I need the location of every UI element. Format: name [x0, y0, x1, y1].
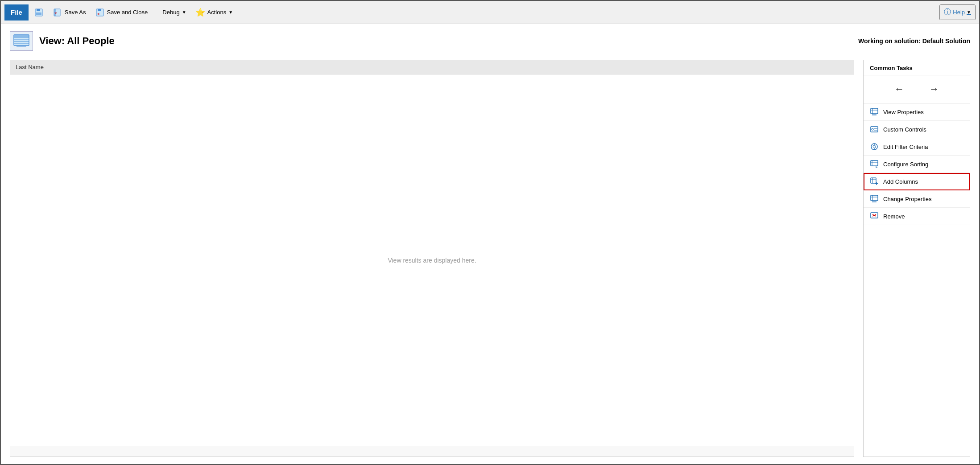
svg-rect-18 [872, 114, 877, 115]
grid-footer [10, 446, 854, 457]
save-close-icon: X [95, 8, 105, 17]
change-properties-label: Change Properties [883, 196, 931, 202]
view-properties-icon [870, 107, 879, 116]
edit-filter-label: Edit Filter Criteria [883, 144, 928, 150]
help-label: Help [953, 9, 965, 16]
configure-sorting-icon [870, 160, 879, 169]
col-header-lastname: Last Name [10, 60, 432, 74]
help-circle-icon: ⓘ [944, 8, 951, 17]
edit-filter-icon [870, 142, 879, 151]
save-icon [34, 8, 44, 17]
svg-rect-28 [871, 160, 878, 166]
view-properties-label: View Properties [883, 109, 924, 115]
nav-arrows: ← → [864, 75, 970, 103]
change-properties-icon [870, 194, 879, 203]
grid-body: View results are displayed here. [10, 74, 854, 446]
save-as-button[interactable]: X Save As [49, 4, 90, 21]
grid-area: Last Name View results are displayed her… [10, 60, 854, 457]
configure-sorting-label: Configure Sorting [883, 161, 928, 168]
grid-empty-message: View results are displayed here. [388, 257, 476, 264]
debug-label: Debug [162, 9, 179, 16]
task-edit-filter[interactable]: Edit Filter Criteria [864, 138, 970, 156]
task-view-properties[interactable]: View Properties [864, 103, 970, 121]
file-button[interactable]: File [4, 4, 29, 21]
svg-rect-36 [871, 195, 878, 201]
svg-rect-10 [14, 35, 29, 38]
help-dropdown-icon: ▼ [967, 10, 971, 15]
toolbar-separator-1 [155, 6, 155, 19]
remove-label: Remove [883, 213, 905, 220]
svg-rect-7 [98, 9, 101, 11]
svg-rect-31 [871, 178, 876, 183]
tasks-panel-title: Common Tasks [864, 60, 970, 75]
svg-point-20 [872, 128, 873, 130]
help-button[interactable]: ⓘ Help ▼ [939, 4, 976, 20]
svg-rect-15 [871, 108, 878, 114]
tasks-panel: Common Tasks ← → View Properties [863, 60, 970, 457]
remove-icon [870, 212, 879, 221]
nav-forward-button[interactable]: → [926, 82, 943, 97]
task-configure-sorting[interactable]: Configure Sorting [864, 156, 970, 173]
svg-point-25 [873, 145, 876, 148]
svg-text:X: X [97, 12, 100, 16]
task-change-properties[interactable]: Change Properties [864, 190, 970, 208]
page-title: View: All People [39, 35, 115, 47]
custom-controls-icon [870, 125, 879, 134]
toolbar: File X Save As X [1, 1, 979, 24]
task-remove[interactable]: Remove [864, 208, 970, 225]
actions-dropdown-icon: ▼ [228, 10, 233, 15]
svg-rect-1 [37, 9, 40, 11]
actions-button[interactable]: ⭐ Actions ▼ [192, 4, 237, 21]
content-layout: Last Name View results are displayed her… [10, 60, 970, 457]
save-close-label: Save and Close [107, 9, 148, 16]
task-custom-controls[interactable]: Custom Controls [864, 121, 970, 138]
col-header-extra [432, 60, 854, 74]
svg-rect-39 [872, 201, 877, 202]
page-header: View: All People Working on solution: De… [10, 31, 970, 51]
debug-button[interactable]: Debug ▼ [159, 4, 190, 21]
add-columns-label: Add Columns [883, 178, 918, 185]
solution-label: Working on solution: Default Solution [858, 37, 970, 45]
debug-dropdown-icon: ▼ [182, 10, 186, 15]
save-as-icon: X [53, 8, 62, 17]
save-button[interactable] [30, 4, 47, 21]
actions-label: Actions [207, 9, 227, 16]
svg-rect-14 [17, 46, 26, 47]
svg-rect-2 [36, 12, 41, 15]
task-add-columns[interactable]: Add Columns [864, 173, 970, 190]
custom-controls-label: Custom Controls [883, 126, 926, 133]
grid-header: Last Name [10, 60, 854, 74]
page-title-area: View: All People [10, 31, 115, 51]
nav-back-button[interactable]: ← [891, 82, 908, 97]
svg-text:X: X [54, 11, 57, 15]
add-columns-icon [870, 177, 879, 186]
save-close-button[interactable]: X Save and Close [91, 4, 152, 21]
save-as-label: Save As [65, 9, 86, 16]
actions-icon: ⭐ [195, 8, 205, 17]
view-icon [10, 31, 33, 51]
main-area: View: All People Working on solution: De… [1, 24, 979, 464]
